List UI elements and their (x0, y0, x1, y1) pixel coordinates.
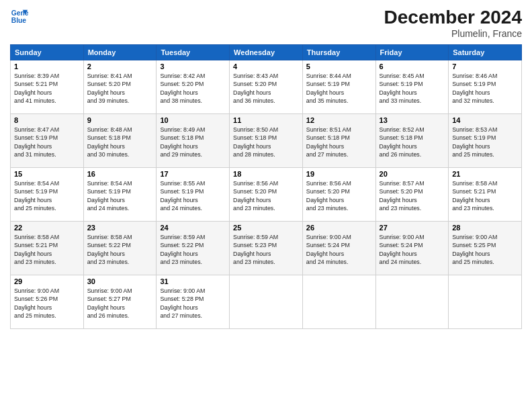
day-info: Sunrise: 8:52 AM Sunset: 5:18 PM Dayligh… (380, 126, 445, 158)
day-info: Sunrise: 8:54 AM Sunset: 5:19 PM Dayligh… (14, 179, 80, 212)
day-cell: 8 Sunrise: 8:47 AM Sunset: 5:19 PM Dayli… (11, 114, 84, 168)
day-cell: 17 Sunrise: 8:55 AM Sunset: 5:19 PM Dayl… (157, 168, 230, 222)
day-cell: 15 Sunrise: 8:54 AM Sunset: 5:19 PM Dayl… (11, 168, 84, 222)
day-info: Sunrise: 8:47 AM Sunset: 5:19 PM Dayligh… (14, 126, 80, 158)
day-info: Sunrise: 9:00 AM Sunset: 5:27 PM Dayligh… (87, 287, 153, 320)
header: General Blue December 2024 Plumelin, Fra… (10, 7, 522, 39)
logo-icon: General Blue (10, 7, 29, 26)
calendar-table: Sunday Monday Tuesday Wednesday Thursday… (10, 44, 522, 329)
week-row-3: 15 Sunrise: 8:54 AM Sunset: 5:19 PM Dayl… (11, 168, 522, 222)
day-cell: 13 Sunrise: 8:52 AM Sunset: 5:18 PM Dayl… (375, 114, 449, 168)
day-number: 7 (452, 62, 518, 71)
day-number: 17 (160, 170, 226, 178)
day-info: Sunrise: 8:59 AM Sunset: 5:22 PM Dayligh… (160, 233, 226, 266)
day-info: Sunrise: 8:45 AM Sunset: 5:19 PM Dayligh… (380, 72, 445, 105)
day-number: 29 (14, 277, 80, 285)
day-cell: 22 Sunrise: 8:58 AM Sunset: 5:21 PM Dayl… (11, 222, 84, 275)
day-info: Sunrise: 9:00 AM Sunset: 5:24 PM Dayligh… (380, 233, 445, 266)
day-number: 21 (452, 170, 518, 178)
col-wednesday: Wednesday (230, 45, 303, 60)
day-number: 9 (87, 116, 153, 124)
day-info: Sunrise: 8:39 AM Sunset: 5:21 PM Dayligh… (14, 72, 80, 105)
col-sunday: Sunday (11, 45, 84, 60)
day-cell: 12 Sunrise: 8:51 AM Sunset: 5:18 PM Dayl… (302, 114, 375, 168)
week-row-2: 8 Sunrise: 8:47 AM Sunset: 5:19 PM Dayli… (11, 114, 522, 168)
day-info: Sunrise: 8:51 AM Sunset: 5:18 PM Dayligh… (306, 126, 372, 158)
day-number: 5 (306, 62, 372, 71)
header-row: Sunday Monday Tuesday Wednesday Thursday… (11, 45, 522, 60)
week-row-1: 1 Sunrise: 8:39 AM Sunset: 5:21 PM Dayli… (11, 60, 522, 114)
month-title: December 2024 (384, 7, 522, 28)
day-info: Sunrise: 8:42 AM Sunset: 5:20 PM Dayligh… (160, 72, 226, 105)
day-info: Sunrise: 8:54 AM Sunset: 5:19 PM Dayligh… (87, 179, 153, 212)
day-cell: 31 Sunrise: 9:00 AM Sunset: 5:28 PM Dayl… (157, 275, 230, 329)
day-number: 12 (306, 116, 372, 124)
col-tuesday: Tuesday (157, 45, 230, 60)
day-info: Sunrise: 9:00 AM Sunset: 5:25 PM Dayligh… (452, 233, 518, 266)
day-cell: 18 Sunrise: 8:56 AM Sunset: 5:20 PM Dayl… (230, 168, 303, 222)
day-info: Sunrise: 8:56 AM Sunset: 5:20 PM Dayligh… (233, 179, 299, 212)
day-number: 3 (160, 62, 226, 71)
day-number: 6 (380, 62, 445, 71)
day-cell: 19 Sunrise: 8:56 AM Sunset: 5:20 PM Dayl… (302, 168, 375, 222)
day-number: 10 (160, 116, 226, 124)
day-cell: 9 Sunrise: 8:48 AM Sunset: 5:18 PM Dayli… (83, 114, 157, 168)
day-number: 14 (452, 116, 518, 124)
day-number: 25 (233, 224, 299, 232)
col-saturday: Saturday (449, 45, 522, 60)
day-number: 16 (87, 170, 153, 178)
location: Plumelin, France (384, 28, 522, 39)
day-info: Sunrise: 8:56 AM Sunset: 5:20 PM Dayligh… (306, 179, 372, 212)
day-info: Sunrise: 8:41 AM Sunset: 5:20 PM Dayligh… (87, 72, 153, 105)
day-info: Sunrise: 9:00 AM Sunset: 5:24 PM Dayligh… (306, 233, 372, 266)
day-info: Sunrise: 8:50 AM Sunset: 5:18 PM Dayligh… (233, 126, 299, 158)
day-number: 28 (452, 224, 518, 232)
day-cell: 4 Sunrise: 8:43 AM Sunset: 5:20 PM Dayli… (230, 60, 303, 114)
day-cell: 21 Sunrise: 8:58 AM Sunset: 5:21 PM Dayl… (449, 168, 522, 222)
day-cell: 2 Sunrise: 8:41 AM Sunset: 5:20 PM Dayli… (83, 60, 157, 114)
day-info: Sunrise: 9:00 AM Sunset: 5:28 PM Dayligh… (160, 287, 226, 320)
day-cell (449, 275, 522, 329)
day-number: 20 (380, 170, 445, 178)
day-number: 19 (306, 170, 372, 178)
col-monday: Monday (83, 45, 157, 60)
svg-text:Blue: Blue (11, 17, 27, 24)
day-number: 13 (380, 116, 445, 124)
calendar-container: General Blue December 2024 Plumelin, Fra… (0, 0, 532, 411)
week-row-4: 22 Sunrise: 8:58 AM Sunset: 5:21 PM Dayl… (11, 222, 522, 275)
day-cell (302, 275, 375, 329)
day-cell: 25 Sunrise: 8:59 AM Sunset: 5:23 PM Dayl… (230, 222, 303, 275)
day-number: 24 (160, 224, 226, 232)
day-number: 26 (306, 224, 372, 232)
day-info: Sunrise: 8:57 AM Sunset: 5:20 PM Dayligh… (380, 179, 445, 212)
day-info: Sunrise: 8:58 AM Sunset: 5:22 PM Dayligh… (87, 233, 153, 266)
title-block: December 2024 Plumelin, France (384, 7, 522, 39)
day-number: 8 (14, 116, 80, 124)
day-number: 18 (233, 170, 299, 178)
day-info: Sunrise: 8:58 AM Sunset: 5:21 PM Dayligh… (14, 233, 80, 266)
day-cell: 26 Sunrise: 9:00 AM Sunset: 5:24 PM Dayl… (302, 222, 375, 275)
day-cell: 20 Sunrise: 8:57 AM Sunset: 5:20 PM Dayl… (375, 168, 449, 222)
day-cell (375, 275, 449, 329)
day-cell: 3 Sunrise: 8:42 AM Sunset: 5:20 PM Dayli… (157, 60, 230, 114)
day-info: Sunrise: 8:43 AM Sunset: 5:20 PM Dayligh… (233, 72, 299, 105)
day-cell: 30 Sunrise: 9:00 AM Sunset: 5:27 PM Dayl… (83, 275, 157, 329)
day-cell: 1 Sunrise: 8:39 AM Sunset: 5:21 PM Dayli… (11, 60, 84, 114)
day-cell (230, 275, 303, 329)
day-number: 15 (14, 170, 80, 178)
day-number: 11 (233, 116, 299, 124)
day-number: 23 (87, 224, 153, 232)
day-info: Sunrise: 8:49 AM Sunset: 5:18 PM Dayligh… (160, 126, 226, 158)
day-cell: 11 Sunrise: 8:50 AM Sunset: 5:18 PM Dayl… (230, 114, 303, 168)
day-number: 27 (380, 224, 445, 232)
day-cell: 27 Sunrise: 9:00 AM Sunset: 5:24 PM Dayl… (375, 222, 449, 275)
day-cell: 5 Sunrise: 8:44 AM Sunset: 5:19 PM Dayli… (302, 60, 375, 114)
day-info: Sunrise: 8:46 AM Sunset: 5:19 PM Dayligh… (452, 72, 518, 105)
day-info: Sunrise: 9:00 AM Sunset: 5:26 PM Dayligh… (14, 287, 80, 320)
day-cell: 23 Sunrise: 8:58 AM Sunset: 5:22 PM Dayl… (83, 222, 157, 275)
logo: General Blue (10, 7, 29, 26)
day-cell: 14 Sunrise: 8:53 AM Sunset: 5:19 PM Dayl… (449, 114, 522, 168)
day-cell: 7 Sunrise: 8:46 AM Sunset: 5:19 PM Dayli… (449, 60, 522, 114)
day-cell: 24 Sunrise: 8:59 AM Sunset: 5:22 PM Dayl… (157, 222, 230, 275)
day-cell: 28 Sunrise: 9:00 AM Sunset: 5:25 PM Dayl… (449, 222, 522, 275)
